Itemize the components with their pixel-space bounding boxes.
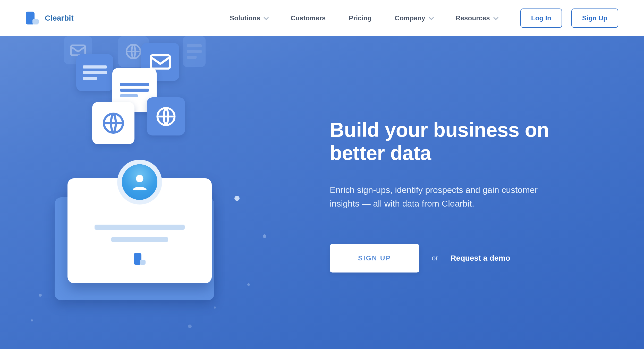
chevron-down-icon [429, 15, 434, 20]
hero-title: Build your business on better data [330, 118, 613, 165]
decorative-dot [188, 325, 192, 328]
hero-signup-button[interactable]: SIGN UP [330, 244, 419, 273]
nav-link-resources[interactable]: Resources [456, 14, 497, 22]
nav-links: Solutions Customers Pricing Company Reso… [230, 14, 497, 22]
login-button[interactable]: Log In [520, 8, 562, 28]
cta-or-text: or [432, 254, 438, 262]
hero-copy: Build your business on better data Enric… [289, 36, 644, 349]
nav-link-pricing[interactable]: Pricing [349, 14, 371, 22]
document-icon [183, 36, 206, 67]
nav-link-label: Pricing [349, 14, 371, 22]
hero-title-line: Build your business on [330, 118, 549, 141]
nav-link-company[interactable]: Company [395, 14, 432, 22]
placeholder-bar [95, 225, 185, 230]
hero-cta-row: SIGN UP or Request a demo [330, 244, 613, 273]
nav-actions: Log In Sign Up [520, 8, 618, 28]
decorative-dot [234, 196, 240, 201]
signup-button[interactable]: Sign Up [571, 8, 618, 28]
hero-subtitle: Enrich sign-ups, identify prospects and … [330, 183, 562, 210]
avatar [122, 164, 157, 200]
nav-link-label: Solutions [230, 14, 260, 22]
clearbit-logo-icon [134, 253, 146, 265]
decorative-dot [31, 319, 33, 321]
globe-icon [92, 102, 134, 144]
document-icon [76, 54, 113, 91]
brand[interactable]: Clearbit [26, 12, 74, 24]
decorative-dot [263, 234, 266, 238]
request-demo-link[interactable]: Request a demo [451, 254, 510, 262]
nav-link-label: Company [395, 14, 425, 22]
chevron-down-icon [264, 15, 269, 20]
placeholder-bar [111, 237, 168, 242]
nav-link-label: Resources [456, 14, 490, 22]
hero-illustration [0, 36, 289, 349]
clearbit-logo-icon [26, 12, 39, 24]
svg-point-5 [136, 175, 143, 182]
brand-name: Clearbit [45, 14, 74, 22]
chevron-down-icon [493, 15, 498, 20]
nav-link-label: Customers [291, 14, 326, 22]
decorative-dot [247, 283, 250, 286]
decorative-dot [214, 307, 216, 309]
svg-rect-2 [151, 55, 170, 69]
hero-section: Build your business on better data Enric… [0, 36, 644, 349]
decorative-dot [39, 294, 42, 297]
nav-link-customers[interactable]: Customers [291, 14, 326, 22]
profile-card-front [67, 178, 212, 283]
globe-icon [147, 97, 185, 135]
nav-link-solutions[interactable]: Solutions [230, 14, 267, 22]
person-icon [129, 172, 150, 193]
svg-rect-0 [71, 45, 85, 55]
hero-title-line: better data [330, 142, 431, 164]
top-nav: Clearbit Solutions Customers Pricing Com… [0, 0, 644, 36]
